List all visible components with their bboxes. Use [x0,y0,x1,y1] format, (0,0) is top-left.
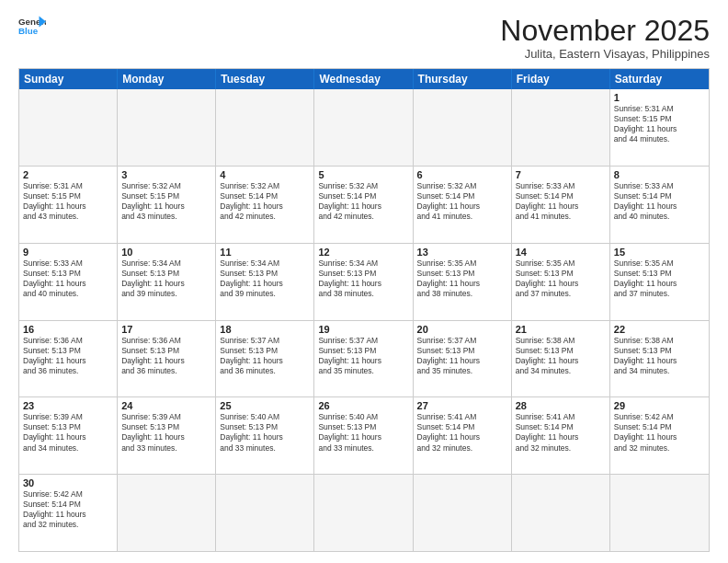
day-info: Sunrise: 5:41 AM Sunset: 5:14 PM Dayligh… [516,412,606,453]
day-info: Sunrise: 5:38 AM Sunset: 5:13 PM Dayligh… [614,336,705,376]
day-number: 26 [318,400,408,411]
day-number: 6 [417,169,507,180]
logo: General Blue [18,15,46,37]
header-day-saturday: Saturday [610,69,709,89]
day-info: Sunrise: 5:39 AM Sunset: 5:13 PM Dayligh… [23,412,113,453]
day-info: Sunrise: 5:34 AM Sunset: 5:13 PM Dayligh… [121,259,211,299]
calendar-cell [314,89,413,166]
day-info: Sunrise: 5:33 AM Sunset: 5:13 PM Dayligh… [23,259,113,299]
day-number: 15 [614,247,705,258]
calendar-header: SundayMondayTuesdayWednesdayThursdayFrid… [19,69,709,89]
day-number: 18 [220,324,310,335]
calendar-cell: 20Sunrise: 5:37 AM Sunset: 5:13 PM Dayli… [414,321,512,397]
header-day-tuesday: Tuesday [216,69,314,89]
calendar-cell: 26Sunrise: 5:40 AM Sunset: 5:13 PM Dayli… [314,397,413,474]
day-info: Sunrise: 5:35 AM Sunset: 5:13 PM Dayligh… [614,259,705,299]
svg-text:Blue: Blue [18,26,39,36]
day-info: Sunrise: 5:33 AM Sunset: 5:14 PM Dayligh… [516,181,606,222]
day-number: 3 [121,169,211,180]
day-number: 22 [614,324,705,335]
day-number: 4 [220,169,310,180]
calendar-row-0: 1Sunrise: 5:31 AM Sunset: 5:15 PM Daylig… [19,89,709,166]
day-number: 13 [417,247,507,258]
day-info: Sunrise: 5:34 AM Sunset: 5:13 PM Dayligh… [318,259,408,299]
day-number: 20 [417,324,507,335]
day-number: 11 [220,247,310,258]
calendar-cell: 7Sunrise: 5:33 AM Sunset: 5:14 PM Daylig… [512,167,610,243]
calendar-cell: 9Sunrise: 5:33 AM Sunset: 5:13 PM Daylig… [19,244,118,320]
day-number: 21 [516,324,606,335]
day-info: Sunrise: 5:32 AM Sunset: 5:14 PM Dayligh… [318,181,408,222]
calendar-row-3: 16Sunrise: 5:36 AM Sunset: 5:13 PM Dayli… [19,320,709,397]
day-info: Sunrise: 5:34 AM Sunset: 5:13 PM Dayligh… [220,259,310,299]
day-info: Sunrise: 5:37 AM Sunset: 5:13 PM Dayligh… [417,336,507,376]
calendar-row-4: 23Sunrise: 5:39 AM Sunset: 5:13 PM Dayli… [19,396,709,474]
day-info: Sunrise: 5:38 AM Sunset: 5:13 PM Dayligh… [516,336,606,376]
day-number: 14 [516,247,606,258]
day-number: 30 [23,477,113,488]
day-number: 17 [121,324,211,335]
day-info: Sunrise: 5:42 AM Sunset: 5:14 PM Dayligh… [23,489,113,530]
day-number: 27 [417,400,507,411]
calendar-cell [610,475,709,551]
calendar-cell: 3Sunrise: 5:32 AM Sunset: 5:15 PM Daylig… [118,167,216,243]
day-number: 16 [23,324,113,335]
day-number: 7 [516,169,606,180]
day-info: Sunrise: 5:36 AM Sunset: 5:13 PM Dayligh… [121,336,211,376]
day-info: Sunrise: 5:35 AM Sunset: 5:13 PM Dayligh… [516,259,606,299]
header-day-friday: Friday [512,69,610,89]
calendar-cell [414,89,512,166]
day-number: 5 [318,169,408,180]
calendar-cell: 23Sunrise: 5:39 AM Sunset: 5:13 PM Dayli… [19,397,118,474]
day-info: Sunrise: 5:40 AM Sunset: 5:13 PM Dayligh… [318,412,408,453]
day-number: 29 [614,400,705,411]
day-number: 8 [614,169,705,180]
calendar-cell [414,475,512,551]
calendar-cell: 4Sunrise: 5:32 AM Sunset: 5:14 PM Daylig… [216,167,314,243]
calendar-cell: 25Sunrise: 5:40 AM Sunset: 5:13 PM Dayli… [216,397,314,474]
calendar-row-5: 30Sunrise: 5:42 AM Sunset: 5:14 PM Dayli… [19,474,709,551]
day-info: Sunrise: 5:41 AM Sunset: 5:14 PM Dayligh… [417,412,507,453]
calendar-cell: 1Sunrise: 5:31 AM Sunset: 5:15 PM Daylig… [610,89,709,166]
calendar-row-1: 2Sunrise: 5:31 AM Sunset: 5:15 PM Daylig… [19,166,709,243]
calendar-cell: 13Sunrise: 5:35 AM Sunset: 5:13 PM Dayli… [414,244,512,320]
calendar: SundayMondayTuesdayWednesdayThursdayFrid… [18,68,710,552]
day-info: Sunrise: 5:32 AM Sunset: 5:15 PM Dayligh… [121,181,211,222]
calendar-body: 1Sunrise: 5:31 AM Sunset: 5:15 PM Daylig… [19,89,709,551]
page: General Blue November 2025 Julita, Easte… [0,0,728,563]
day-info: Sunrise: 5:33 AM Sunset: 5:14 PM Dayligh… [614,181,705,222]
day-number: 25 [220,400,310,411]
day-info: Sunrise: 5:37 AM Sunset: 5:13 PM Dayligh… [220,336,310,376]
day-info: Sunrise: 5:40 AM Sunset: 5:13 PM Dayligh… [220,412,310,453]
calendar-cell: 22Sunrise: 5:38 AM Sunset: 5:13 PM Dayli… [610,321,709,397]
calendar-cell [216,475,314,551]
calendar-cell: 8Sunrise: 5:33 AM Sunset: 5:14 PM Daylig… [610,167,709,243]
header: General Blue November 2025 Julita, Easte… [18,15,710,61]
day-info: Sunrise: 5:31 AM Sunset: 5:15 PM Dayligh… [23,181,113,222]
day-info: Sunrise: 5:35 AM Sunset: 5:13 PM Dayligh… [417,259,507,299]
day-number: 23 [23,400,113,411]
day-info: Sunrise: 5:42 AM Sunset: 5:14 PM Dayligh… [614,412,705,453]
day-info: Sunrise: 5:32 AM Sunset: 5:14 PM Dayligh… [417,181,507,222]
day-info: Sunrise: 5:32 AM Sunset: 5:14 PM Dayligh… [220,181,310,222]
calendar-cell [118,89,216,166]
day-info: Sunrise: 5:31 AM Sunset: 5:15 PM Dayligh… [614,104,705,144]
day-number: 19 [318,324,408,335]
day-info: Sunrise: 5:39 AM Sunset: 5:13 PM Dayligh… [121,412,211,453]
day-number: 9 [23,247,113,258]
day-number: 12 [318,247,408,258]
title-block: November 2025 Julita, Eastern Visayas, P… [500,15,710,61]
calendar-cell: 15Sunrise: 5:35 AM Sunset: 5:13 PM Dayli… [610,244,709,320]
day-number: 1 [614,92,705,103]
header-day-monday: Monday [118,69,216,89]
calendar-cell: 2Sunrise: 5:31 AM Sunset: 5:15 PM Daylig… [19,167,118,243]
calendar-cell [314,475,413,551]
generalblue-logo-icon: General Blue [18,15,46,37]
month-title: November 2025 [500,15,710,47]
day-number: 28 [516,400,606,411]
calendar-cell: 29Sunrise: 5:42 AM Sunset: 5:14 PM Dayli… [610,397,709,474]
day-info: Sunrise: 5:37 AM Sunset: 5:13 PM Dayligh… [318,336,408,376]
calendar-cell: 11Sunrise: 5:34 AM Sunset: 5:13 PM Dayli… [216,244,314,320]
calendar-cell: 28Sunrise: 5:41 AM Sunset: 5:14 PM Dayli… [512,397,610,474]
calendar-cell [118,475,216,551]
